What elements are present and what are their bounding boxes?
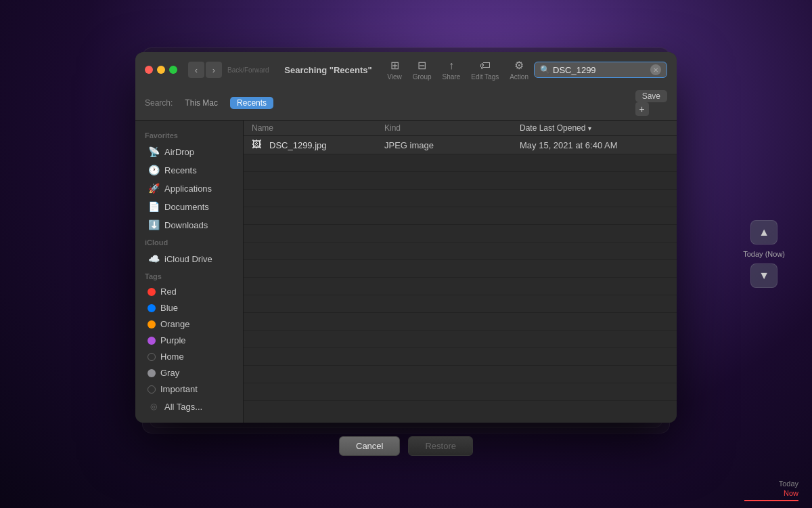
traffic-lights: [145, 66, 177, 74]
important-tag-label: Important: [160, 384, 198, 394]
sidebar-item-tag-gray[interactable]: Gray: [138, 365, 240, 381]
recents-button[interactable]: Recents: [230, 97, 273, 109]
share-label: Share: [443, 73, 461, 81]
sidebar-item-tag-orange[interactable]: Orange: [138, 316, 240, 332]
minimize-button[interactable]: [157, 66, 165, 74]
sidebar-item-tag-all[interactable]: ◎ All Tags...: [138, 398, 240, 415]
home-tag-dot: [148, 353, 156, 361]
sidebar-item-tag-blue[interactable]: Blue: [138, 300, 240, 316]
sidebar-item-tag-red[interactable]: Red: [138, 284, 240, 299]
file-list: 🖼 DSC_1299.jpg JPEG image May 15, 2021 a…: [244, 136, 677, 423]
tags-icon: 🏷: [480, 60, 491, 72]
date-column-header[interactable]: Date Last Opened ▾: [520, 123, 669, 133]
sidebar-item-tag-home[interactable]: Home: [138, 349, 240, 364]
toolbar: ‹ › Back/Forward Searching "Recents" ⊞ V…: [135, 52, 677, 121]
search-input[interactable]: [553, 65, 648, 75]
sidebar: Favorites 📡 AirDrop 🕐 Recents 🚀 Applicat…: [135, 121, 244, 423]
add-search-button[interactable]: +: [635, 102, 649, 116]
table-row: [244, 207, 677, 225]
scroll-up-button[interactable]: ▲: [750, 220, 777, 245]
jpeg-file-icon: 🖼: [252, 139, 264, 151]
share-action[interactable]: ↑ Share: [443, 60, 461, 81]
purple-tag-dot: [148, 337, 156, 345]
blue-tag-label: Blue: [160, 303, 178, 313]
important-tag-dot: [148, 385, 156, 394]
close-button[interactable]: [145, 66, 153, 74]
search-clear-button[interactable]: ✕: [650, 64, 661, 75]
sidebar-item-tag-important[interactable]: Important: [138, 381, 240, 397]
column-headers: Name Kind Date Last Opened ▾: [244, 121, 677, 136]
red-tag-label: Red: [160, 287, 177, 297]
timeline-today-label: Today: [779, 480, 798, 488]
restore-button[interactable]: Restore: [408, 436, 473, 456]
downloads-icon: ⬇️: [148, 219, 160, 231]
sidebar-item-applications[interactable]: 🚀 Applications: [138, 179, 240, 197]
this-mac-button[interactable]: This Mac: [178, 97, 225, 109]
edit-tags-action[interactable]: 🏷 Edit Tags: [471, 60, 499, 81]
view-icon: ⊞: [390, 59, 399, 72]
table-row: [244, 348, 677, 366]
sidebar-item-recents[interactable]: 🕐 Recents: [138, 161, 240, 179]
window-body: Favorites 📡 AirDrop 🕐 Recents 🚀 Applicat…: [135, 121, 677, 423]
recents-label: Recents: [164, 165, 197, 175]
toolbar-actions: ⊞ View ⊟ Group ↑ Share 🏷 Edit Tags: [387, 59, 528, 81]
sidebar-item-documents[interactable]: 📄 Documents: [138, 198, 240, 215]
airdrop-label: AirDrop: [164, 147, 194, 157]
table-row: [244, 225, 677, 242]
maximize-button[interactable]: [169, 66, 177, 74]
table-row: [244, 383, 677, 401]
group-label: Group: [413, 73, 432, 81]
forward-button[interactable]: ›: [206, 62, 222, 78]
tags-section-label: Tags: [135, 268, 243, 283]
gray-tag-label: Gray: [160, 368, 179, 378]
search-icon: 🔍: [540, 65, 550, 75]
action-action[interactable]: ⚙ Action: [510, 59, 528, 81]
main-content: Name Kind Date Last Opened ▾ 🖼 DSC_1299.…: [244, 121, 677, 423]
cancel-button[interactable]: Cancel: [339, 436, 400, 456]
action-icon: ⚙: [514, 59, 524, 72]
group-action[interactable]: ⊟ Group: [413, 59, 432, 81]
edit-tags-label: Edit Tags: [471, 73, 499, 81]
back-button[interactable]: ‹: [188, 62, 204, 78]
scope-bar: Search: This Mac Recents Save +: [145, 86, 667, 120]
file-name: DSC_1299.jpg: [269, 140, 327, 150]
all-tags-icon: ◎: [148, 400, 160, 412]
table-row: [244, 313, 677, 331]
icloud-drive-icon: ☁️: [148, 253, 160, 265]
sidebar-item-icloud-drive[interactable]: ☁️ iCloud Drive: [138, 250, 240, 268]
name-column-header: Name: [252, 123, 384, 133]
search-bar: 🔍 ✕: [534, 62, 667, 78]
file-name-cell: 🖼 DSC_1299.jpg: [252, 139, 384, 151]
icloud-drive-label: iCloud Drive: [164, 254, 212, 264]
sidebar-item-tag-purple[interactable]: Purple: [138, 333, 240, 348]
group-icon: ⊟: [418, 59, 426, 72]
table-row: [244, 172, 677, 190]
applications-label: Applications: [164, 184, 212, 194]
view-action[interactable]: ⊞ View: [387, 59, 402, 81]
view-label: View: [387, 73, 402, 81]
table-row: [244, 278, 677, 295]
table-row: [244, 154, 677, 172]
toolbar-top: ‹ › Back/Forward Searching "Recents" ⊞ V…: [145, 59, 667, 86]
scroll-down-button[interactable]: ▼: [750, 263, 777, 288]
table-row[interactable]: 🖼 DSC_1299.jpg JPEG image May 15, 2021 a…: [244, 136, 677, 154]
documents-label: Documents: [164, 202, 209, 212]
timeline-line: [744, 500, 798, 501]
dialog-buttons: Cancel Restore: [339, 436, 473, 456]
recents-icon: 🕐: [148, 164, 160, 176]
save-button[interactable]: Save: [635, 90, 667, 102]
down-arrow-icon: ▼: [759, 270, 769, 282]
up-arrow-icon: ▲: [759, 226, 769, 238]
window-title: Searching "Recents": [275, 65, 382, 75]
nav-buttons: ‹ ›: [188, 62, 222, 78]
action-label: Action: [510, 73, 528, 81]
sidebar-item-downloads[interactable]: ⬇️ Downloads: [138, 216, 240, 234]
sidebar-item-airdrop[interactable]: 📡 AirDrop: [138, 143, 240, 161]
scope-label: Search:: [145, 98, 173, 108]
file-kind: JPEG image: [384, 140, 520, 150]
orange-tag-dot: [148, 320, 156, 329]
sort-chevron-icon: ▾: [588, 125, 591, 132]
table-row: [244, 260, 677, 278]
timeline-now-label: Now: [784, 489, 798, 497]
favorites-label: Favorites: [135, 127, 243, 142]
